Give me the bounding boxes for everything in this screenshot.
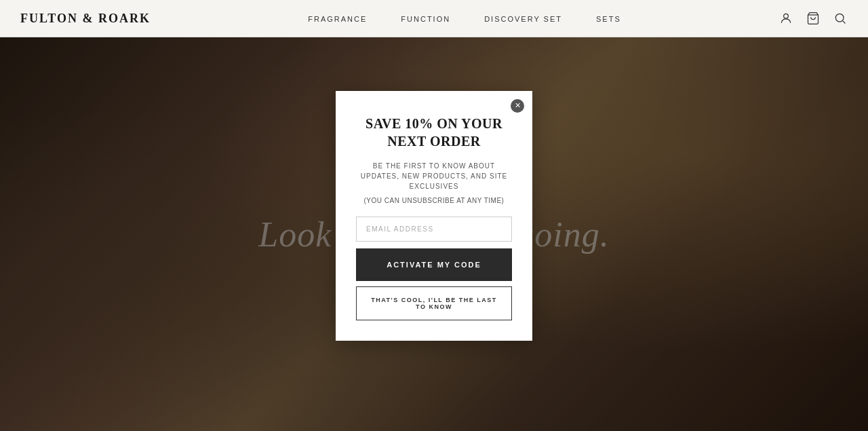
email-input[interactable]	[356, 217, 512, 242]
modal-note: (YOU CAN UNSUBSCRIBE AT ANY TIME)	[356, 197, 512, 204]
modal-subtitle: BE THE FIRST TO KNOW ABOUT UPDATES, NEW …	[356, 161, 512, 191]
decline-button[interactable]: THAT'S COOL, I'LL BE THE LAST TO KNOW	[356, 286, 512, 320]
modal-title: SAVE 10% ON YOUR NEXT ORDER	[356, 115, 512, 150]
close-button[interactable]: ✕	[511, 99, 524, 113]
activate-button[interactable]: ACTIVATE MY CODE	[356, 248, 512, 281]
modal-backdrop: ✕ SAVE 10% ON YOUR NEXT ORDER BE THE FIR…	[0, 0, 868, 431]
signup-modal: ✕ SAVE 10% ON YOUR NEXT ORDER BE THE FIR…	[336, 91, 532, 341]
